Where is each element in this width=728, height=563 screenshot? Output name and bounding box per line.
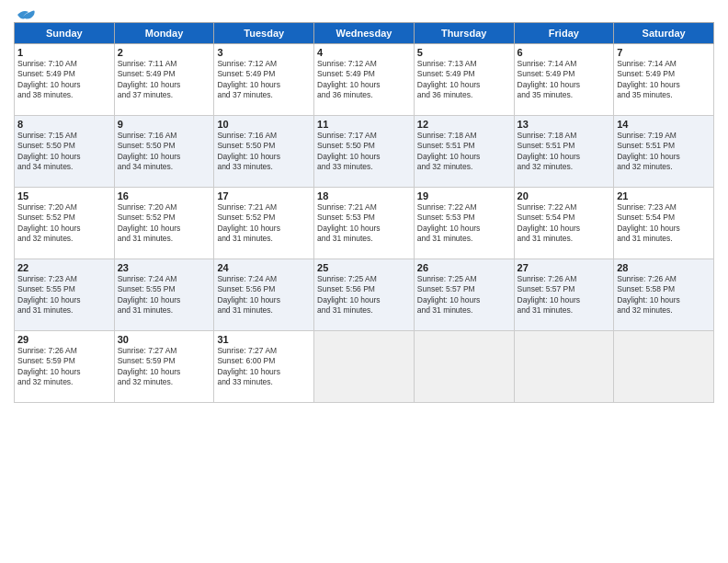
calendar-week-row: 1Sunrise: 7:10 AMSunset: 5:49 PMDaylight… [15, 44, 714, 116]
day-info: Sunrise: 7:23 AMSunset: 5:55 PMDaylight:… [17, 274, 111, 316]
day-number: 29 [17, 334, 111, 345]
calendar-day-cell: 2Sunrise: 7:11 AMSunset: 5:49 PMDaylight… [114, 44, 214, 116]
day-number: 31 [217, 334, 311, 345]
header [14, 9, 714, 18]
day-info: Sunrise: 7:27 AMSunset: 5:59 PMDaylight:… [118, 346, 211, 388]
day-info: Sunrise: 7:11 AMSunset: 5:49 PMDaylight:… [118, 59, 211, 101]
day-of-week-header: Tuesday [214, 23, 314, 44]
day-number: 11 [317, 119, 411, 130]
day-info: Sunrise: 7:26 AMSunset: 5:57 PMDaylight:… [518, 274, 611, 316]
day-number: 23 [118, 262, 211, 273]
calendar-header-row: SundayMondayTuesdayWednesdayThursdayFrid… [15, 23, 714, 44]
calendar-day-cell [514, 331, 614, 403]
day-number: 13 [518, 119, 611, 130]
calendar-day-cell: 12Sunrise: 7:18 AMSunset: 5:51 PMDayligh… [414, 116, 514, 188]
calendar-day-cell: 22Sunrise: 7:23 AMSunset: 5:55 PMDayligh… [15, 259, 115, 331]
day-number: 19 [417, 190, 511, 201]
calendar-day-cell: 24Sunrise: 7:24 AMSunset: 5:56 PMDayligh… [214, 259, 314, 331]
day-info: Sunrise: 7:10 AMSunset: 5:49 PMDaylight:… [17, 59, 111, 101]
calendar-day-cell [314, 331, 415, 403]
calendar-day-cell: 7Sunrise: 7:14 AMSunset: 5:49 PMDaylight… [614, 44, 714, 116]
logo [14, 9, 36, 18]
day-number: 26 [417, 262, 511, 273]
calendar-week-row: 8Sunrise: 7:15 AMSunset: 5:50 PMDaylight… [15, 116, 714, 188]
day-number: 7 [617, 47, 711, 58]
day-info: Sunrise: 7:21 AMSunset: 5:53 PMDaylight:… [317, 202, 411, 245]
day-number: 24 [217, 262, 311, 273]
calendar-day-cell: 15Sunrise: 7:20 AMSunset: 5:52 PMDayligh… [15, 188, 115, 259]
day-number: 30 [118, 334, 211, 345]
day-info: Sunrise: 7:27 AMSunset: 6:00 PMDaylight:… [217, 346, 311, 388]
calendar-day-cell: 19Sunrise: 7:22 AMSunset: 5:53 PMDayligh… [414, 188, 514, 259]
day-of-week-header: Wednesday [314, 23, 415, 44]
day-info: Sunrise: 7:22 AMSunset: 5:53 PMDaylight:… [417, 202, 511, 245]
calendar-day-cell: 9Sunrise: 7:16 AMSunset: 5:50 PMDaylight… [114, 116, 214, 188]
calendar-day-cell: 3Sunrise: 7:12 AMSunset: 5:49 PMDaylight… [214, 44, 314, 116]
calendar-day-cell: 13Sunrise: 7:18 AMSunset: 5:51 PMDayligh… [514, 116, 614, 188]
day-number: 12 [417, 119, 511, 130]
day-of-week-header: Thursday [414, 23, 514, 44]
calendar-day-cell: 16Sunrise: 7:20 AMSunset: 5:52 PMDayligh… [114, 188, 214, 259]
day-number: 28 [617, 262, 711, 273]
calendar-day-cell: 8Sunrise: 7:15 AMSunset: 5:50 PMDaylight… [15, 116, 115, 188]
day-number: 8 [17, 119, 111, 130]
day-of-week-header: Saturday [614, 23, 714, 44]
day-info: Sunrise: 7:18 AMSunset: 5:51 PMDaylight:… [417, 131, 511, 173]
day-of-week-header: Friday [514, 23, 614, 44]
day-number: 27 [518, 262, 611, 273]
day-number: 6 [518, 47, 611, 58]
day-info: Sunrise: 7:26 AMSunset: 5:58 PMDaylight:… [617, 274, 711, 316]
day-number: 22 [17, 262, 111, 273]
calendar-day-cell: 30Sunrise: 7:27 AMSunset: 5:59 PMDayligh… [114, 331, 214, 403]
calendar-day-cell: 5Sunrise: 7:13 AMSunset: 5:49 PMDaylight… [414, 44, 514, 116]
calendar-week-row: 15Sunrise: 7:20 AMSunset: 5:52 PMDayligh… [15, 188, 714, 259]
calendar-day-cell: 6Sunrise: 7:14 AMSunset: 5:49 PMDaylight… [514, 44, 614, 116]
day-info: Sunrise: 7:23 AMSunset: 5:54 PMDaylight:… [617, 202, 711, 245]
day-number: 2 [118, 47, 211, 58]
day-info: Sunrise: 7:17 AMSunset: 5:50 PMDaylight:… [317, 131, 411, 173]
day-of-week-header: Monday [114, 23, 214, 44]
day-number: 18 [317, 190, 411, 201]
day-number: 5 [417, 47, 511, 58]
day-number: 1 [17, 47, 111, 58]
calendar-day-cell: 27Sunrise: 7:26 AMSunset: 5:57 PMDayligh… [514, 259, 614, 331]
day-number: 25 [317, 262, 411, 273]
calendar-day-cell: 14Sunrise: 7:19 AMSunset: 5:51 PMDayligh… [614, 116, 714, 188]
day-info: Sunrise: 7:12 AMSunset: 5:49 PMDaylight:… [217, 59, 311, 101]
day-number: 4 [317, 47, 411, 58]
calendar-day-cell: 29Sunrise: 7:26 AMSunset: 5:59 PMDayligh… [15, 331, 115, 403]
day-number: 16 [118, 190, 211, 201]
logo-bird-icon [16, 7, 36, 22]
calendar-day-cell: 20Sunrise: 7:22 AMSunset: 5:54 PMDayligh… [514, 188, 614, 259]
calendar-day-cell [414, 331, 514, 403]
day-number: 14 [617, 119, 711, 130]
day-info: Sunrise: 7:20 AMSunset: 5:52 PMDaylight:… [118, 202, 211, 245]
day-number: 15 [17, 190, 111, 201]
day-info: Sunrise: 7:26 AMSunset: 5:59 PMDaylight:… [17, 346, 111, 388]
calendar-day-cell: 17Sunrise: 7:21 AMSunset: 5:52 PMDayligh… [214, 188, 314, 259]
calendar-day-cell: 23Sunrise: 7:24 AMSunset: 5:55 PMDayligh… [114, 259, 214, 331]
calendar-day-cell: 10Sunrise: 7:16 AMSunset: 5:50 PMDayligh… [214, 116, 314, 188]
day-number: 9 [118, 119, 211, 130]
calendar-day-cell: 31Sunrise: 7:27 AMSunset: 6:00 PMDayligh… [214, 331, 314, 403]
day-number: 10 [217, 119, 311, 130]
calendar-day-cell: 28Sunrise: 7:26 AMSunset: 5:58 PMDayligh… [614, 259, 714, 331]
day-info: Sunrise: 7:22 AMSunset: 5:54 PMDaylight:… [518, 202, 611, 245]
day-info: Sunrise: 7:14 AMSunset: 5:49 PMDaylight:… [518, 59, 611, 101]
calendar-day-cell: 18Sunrise: 7:21 AMSunset: 5:53 PMDayligh… [314, 188, 415, 259]
day-info: Sunrise: 7:14 AMSunset: 5:49 PMDaylight:… [617, 59, 711, 101]
day-info: Sunrise: 7:21 AMSunset: 5:52 PMDaylight:… [217, 202, 311, 245]
calendar-day-cell: 1Sunrise: 7:10 AMSunset: 5:49 PMDaylight… [15, 44, 115, 116]
calendar-day-cell: 25Sunrise: 7:25 AMSunset: 5:56 PMDayligh… [314, 259, 415, 331]
calendar-table: SundayMondayTuesdayWednesdayThursdayFrid… [14, 22, 714, 403]
calendar-week-row: 22Sunrise: 7:23 AMSunset: 5:55 PMDayligh… [15, 259, 714, 331]
day-info: Sunrise: 7:15 AMSunset: 5:50 PMDaylight:… [17, 131, 111, 173]
day-number: 17 [217, 190, 311, 201]
day-info: Sunrise: 7:25 AMSunset: 5:57 PMDaylight:… [417, 274, 511, 316]
calendar-body: 1Sunrise: 7:10 AMSunset: 5:49 PMDaylight… [15, 44, 714, 403]
day-of-week-header: Sunday [15, 23, 115, 44]
calendar-day-cell: 11Sunrise: 7:17 AMSunset: 5:50 PMDayligh… [314, 116, 415, 188]
day-info: Sunrise: 7:19 AMSunset: 5:51 PMDaylight:… [617, 131, 711, 173]
calendar-day-cell: 21Sunrise: 7:23 AMSunset: 5:54 PMDayligh… [614, 188, 714, 259]
day-info: Sunrise: 7:20 AMSunset: 5:52 PMDaylight:… [17, 202, 111, 245]
